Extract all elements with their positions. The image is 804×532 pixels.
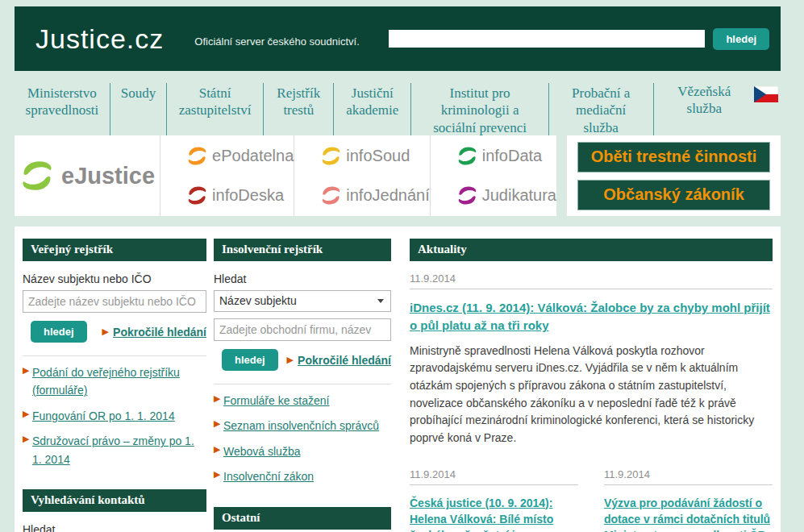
app-judikatura[interactable]: Judikatura xyxy=(456,185,556,206)
link-fungovani-or[interactable]: Fungování OR po 1. 1. 2014 xyxy=(32,409,175,422)
app-label: eJustice xyxy=(61,163,155,189)
arrow-bullet-icon: ▶ xyxy=(102,327,109,336)
arrow-bullet-icon: ▶ xyxy=(287,355,294,364)
insolvency-action-row: hledej ▶ Pokročilé hledání xyxy=(214,349,391,371)
app-label: infoSoud xyxy=(346,147,410,165)
infosoud-icon xyxy=(320,145,342,167)
arrow-bullet-icon: ▶ xyxy=(23,434,29,443)
nav-item-institut-kriminologie[interactable]: Institut pro kriminologii a sociální pre… xyxy=(411,83,549,141)
news-body: Ministryně spravedlnosti Helena Válková … xyxy=(410,343,773,447)
contacts-field-label: Hledat xyxy=(23,523,206,532)
list-item: ▶ Seznam insolvenčních správců xyxy=(214,417,391,434)
nav-item-probacni-sluzba[interactable]: Probační a mediační služba xyxy=(549,83,654,141)
news-item: 11.9.2014 Česká justice (10. 9. 2014): H… xyxy=(410,468,578,532)
arrow-bullet-icon: ▶ xyxy=(214,470,220,479)
main-navigation: Ministerstvo spravedlnosti Soudy Státní … xyxy=(15,83,789,141)
news-featured: 11.9.2014 iDnes.cz (11. 9. 2014): Válkov… xyxy=(410,272,773,447)
panel-title-aktuality: Aktuality xyxy=(410,239,773,261)
news-date: 11.9.2014 xyxy=(410,468,578,485)
news-item: 11.9.2014 Výzva pro podávání žádostí o d… xyxy=(604,468,773,532)
nav-item-vezenska-sluzba[interactable]: Vězeňská služba xyxy=(654,83,789,141)
nav-item-label: Vězeňská služba xyxy=(664,83,745,118)
banner-obeti-trestne-cinnosti[interactable]: Oběti trestné činnosti xyxy=(577,142,770,172)
app-infodata[interactable]: infoData xyxy=(456,145,556,167)
nav-item-ministerstvo-spravedlnosti[interactable]: Ministerstvo spravedlnosti xyxy=(15,83,110,141)
app-infojednani[interactable]: infoJednání xyxy=(320,185,429,206)
nav-item-justicni-akademie[interactable]: Justiční akademie xyxy=(334,83,411,141)
insolvency-subject-select[interactable]: Název subjektu xyxy=(214,290,391,312)
nav-item-soudy[interactable]: Soudy xyxy=(110,83,167,141)
panel-title-vyhledavani-kontaktu: Vyhledávání kontaktů xyxy=(23,489,206,512)
app-column: ePodatelna infoDeska xyxy=(160,135,294,216)
ejustice-icon xyxy=(19,158,55,193)
site-header: Justice.cz Oficiální server českého soud… xyxy=(15,6,781,71)
banner-obcansky-zakonik[interactable]: Občanský zákoník xyxy=(577,180,770,210)
app-column: infoSoud infoJednání xyxy=(294,135,430,216)
news-headline-link[interactable]: iDnes.cz (11. 9. 2014): Válková: Žalobce… xyxy=(410,299,773,335)
app-infosoud[interactable]: infoSoud xyxy=(320,145,429,167)
list-item: ▶ Sdružovací právo – změny po 1. 1. 2014 xyxy=(23,432,206,468)
subject-search-input[interactable] xyxy=(23,290,206,313)
list-item: ▶ Fungování OR po 1. 1. 2014 xyxy=(23,407,206,425)
site-logo[interactable]: Justice.cz xyxy=(35,23,164,55)
arrow-bullet-icon: ▶ xyxy=(23,366,29,375)
link-insolvencni-zakon[interactable]: Insolvenční zákon xyxy=(223,470,314,483)
panel-title-insolvencni-rejstrik: Insolvenční rejstřík xyxy=(214,239,391,261)
search-button[interactable]: hledej xyxy=(713,28,769,50)
panel-ostatni: Ostatní ▶ Registr pomoci obětí tr. činno… xyxy=(214,507,391,532)
app-label: Judikatura xyxy=(482,186,556,205)
banner-box: Oběti trestné činnosti Občanský zákoník xyxy=(567,135,781,216)
link-formulare-ke-stazeni[interactable]: Formuláře ke stažení xyxy=(223,394,330,407)
verejny-search-button[interactable]: hledej xyxy=(31,321,87,343)
news-date: 11.9.2014 xyxy=(410,272,773,289)
app-epodatelna[interactable]: ePodatelna xyxy=(186,145,294,167)
verejny-link-list: ▶ Podání do veřejného rejstříku (formulá… xyxy=(23,364,206,468)
arrow-bullet-icon: ▶ xyxy=(214,419,220,428)
link-seznam-spravcu[interactable]: Seznam insolvenčních správců xyxy=(223,419,379,432)
insolvency-link-list: ▶ Formuláře ke stažení ▶ Seznam insolven… xyxy=(214,392,391,486)
insolvency-select-value: Název subjektu xyxy=(219,294,297,307)
list-item: ▶ Podání do veřejného rejstříku (formulá… xyxy=(23,364,206,400)
column-aktuality: Aktuality 11.9.2014 iDnes.cz (11. 9. 201… xyxy=(410,239,773,532)
app-infodeska[interactable]: infoDeska xyxy=(186,185,294,206)
app-ejustice[interactable]: eJustice xyxy=(15,135,160,216)
app-label: infoJednání xyxy=(346,186,429,205)
panel-title-verejny-rejstrik: Veřejný rejstřík xyxy=(23,239,206,261)
link-webova-sluzba[interactable]: Webová služba xyxy=(223,445,300,458)
chevron-down-icon xyxy=(377,299,384,303)
insolvency-search-button[interactable]: hledej xyxy=(222,349,278,371)
link-podani-rejstrik[interactable]: Podání do veřejného rejstříku (formuláře… xyxy=(32,366,180,397)
news-headline-link[interactable]: Česká justice (10. 9. 2014): Helena Válk… xyxy=(410,495,578,532)
search-input[interactable] xyxy=(389,30,705,48)
news-row: 11.9.2014 Česká justice (10. 9. 2014): H… xyxy=(410,468,773,532)
nav-item-statni-zastupitelstvi[interactable]: Státní zastupitelství xyxy=(167,83,265,141)
news-headline-link[interactable]: Výzva pro podávání žádostí o dotace v rá… xyxy=(604,495,773,532)
nav-item-rejstrik-trestu[interactable]: Rejstřík trestů xyxy=(264,83,334,141)
column-verejny-rejstrik: Veřejný rejstřík Název subjektu nebo IČO… xyxy=(23,239,206,532)
site-tagline: Oficiální server českého soudnictví. xyxy=(194,35,359,48)
app-label: infoData xyxy=(482,147,543,165)
arrow-bullet-icon: ▶ xyxy=(214,445,220,454)
news-date: 11.9.2014 xyxy=(604,468,773,485)
main-content: Veřejný rejstřík Název subjektu nebo IČO… xyxy=(15,227,781,532)
link-sdruzovaci-pravo[interactable]: Sdružovací právo – změny po 1. 1. 2014 xyxy=(32,434,194,465)
column-insolvencni-rejstrik: Insolvenční rejstřík Hledat Název subjek… xyxy=(214,239,391,532)
infodata-icon xyxy=(456,145,478,167)
insolvency-search-input[interactable] xyxy=(214,318,391,341)
ejustice-app-bar: eJustice ePodatelna infoDeska infoSoud i… xyxy=(15,135,556,216)
verejny-advanced-search[interactable]: ▶ Pokročilé hledání xyxy=(102,326,206,339)
subject-field-label: Název subjektu nebo IČO xyxy=(23,272,206,285)
arrow-bullet-icon: ▶ xyxy=(214,394,220,403)
infojednani-icon xyxy=(320,185,342,206)
verejny-action-row: hledej ▶ Pokročilé hledání xyxy=(23,321,206,343)
app-label: infoDeska xyxy=(212,186,284,205)
judikatura-icon xyxy=(456,185,478,206)
insolvency-field-label: Hledat xyxy=(214,272,391,285)
advanced-search-link[interactable]: Pokročilé hledání xyxy=(298,354,391,367)
advanced-search-link[interactable]: Pokročilé hledání xyxy=(113,326,206,339)
insolvency-advanced-search[interactable]: ▶ Pokročilé hledání xyxy=(287,354,391,367)
divider xyxy=(214,384,391,384)
infodeska-icon xyxy=(186,185,208,206)
app-column: infoData Judikatura xyxy=(431,135,556,216)
divider xyxy=(23,355,206,356)
